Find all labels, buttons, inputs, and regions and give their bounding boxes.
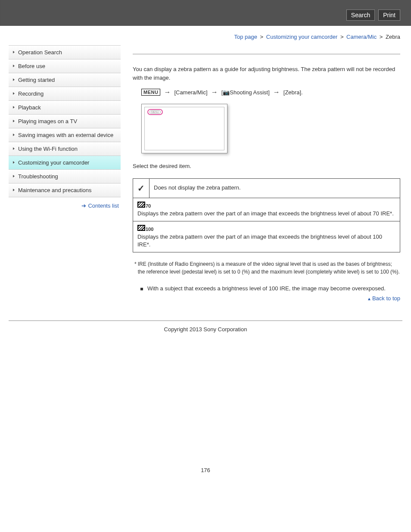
arrow-icon: → <box>273 88 280 96</box>
path-zebra: [Zebra]. <box>283 89 303 96</box>
options-table: ✓ Does not display the zebra pattern. 70… <box>133 178 400 253</box>
sidebar-item-using-the-wi-fi-function[interactable]: Using the Wi-Fi function <box>9 142 121 156</box>
path-shooting-assist: [📷Shooting Assist] <box>221 89 270 96</box>
header-bar: Search Print <box>0 0 411 26</box>
intro-text: You can display a zebra pattern as a gui… <box>133 65 400 82</box>
zebra-70-icon: 70 <box>137 202 151 209</box>
sidebar-item-before-use[interactable]: Before use <box>9 59 121 73</box>
page-number: 176 <box>0 467 411 473</box>
check-icon: ✓ <box>133 178 149 198</box>
bullet-icon <box>140 288 143 290</box>
option-off-desc: Does not display the zebra pattern. <box>149 178 400 198</box>
print-button[interactable]: Print <box>378 9 400 21</box>
option-100-desc: Displays the zebra pattern over the part… <box>137 233 395 249</box>
back-to-top-link[interactable]: Back to top <box>372 295 400 302</box>
sidebar-item-troubleshooting[interactable]: Troubleshooting <box>9 170 121 184</box>
menu-button-icon: MENU <box>141 89 160 96</box>
sidebar: Operation SearchBefore useGetting starte… <box>9 45 121 302</box>
sidebar-item-recording[interactable]: Recording <box>9 87 121 101</box>
option-100-row: 100 Displays the zebra pattern over the … <box>133 221 400 252</box>
main-content: You can display a zebra pattern as a gui… <box>121 45 402 302</box>
option-70-row: 70 Displays the zebra pattern over the p… <box>133 198 400 221</box>
option-70-desc: Displays the zebra pattern over the part… <box>137 210 395 218</box>
preview-menu-highlight: MENU <box>147 109 163 115</box>
sidebar-item-playback[interactable]: Playback <box>9 101 121 115</box>
zebra-100-icon: 100 <box>137 225 153 233</box>
option-off-row: ✓ Does not display the zebra pattern. <box>133 178 400 198</box>
triangle-up-icon: ▲ <box>367 296 371 301</box>
arrow-icon: → <box>211 88 218 96</box>
arrow-right-icon: ➔ <box>81 202 86 209</box>
sidebar-item-saving-images-with-an-external-device[interactable]: Saving images with an external device <box>9 128 121 142</box>
breadcrumb-customizing[interactable]: Customizing your camcorder <box>266 34 337 40</box>
select-prompt: Select the desired item. <box>133 162 400 171</box>
sidebar-item-playing-images-on-a-tv[interactable]: Playing images on a TV <box>9 115 121 128</box>
sidebar-item-getting-started[interactable]: Getting started <box>9 73 121 87</box>
lcd-preview: MENU <box>141 104 227 153</box>
breadcrumb-current: Zebra <box>386 34 400 40</box>
breadcrumb-camera-mic[interactable]: Camera/Mic <box>346 34 377 40</box>
sidebar-item-customizing-your-camcorder[interactable]: Customizing your camcorder <box>9 156 121 170</box>
menu-navigation-path: MENU → [Camera/Mic] → [📷Shooting Assist]… <box>141 88 400 96</box>
overexposure-note: With a subject that exceeds a brightness… <box>140 285 400 292</box>
ire-footnote: * IRE (Institute of Radio Engineers) is … <box>133 260 400 276</box>
sidebar-item-maintenance-and-precautions[interactable]: Maintenance and precautions <box>9 184 121 197</box>
path-camera-mic: [Camera/Mic] <box>174 89 207 96</box>
arrow-icon: → <box>164 88 171 96</box>
camera-assist-icon: 📷 <box>223 89 230 96</box>
contents-list-link[interactable]: Contents list <box>88 202 119 209</box>
copyright: Copyright 2013 Sony Corporation <box>9 320 402 338</box>
breadcrumb-top[interactable]: Top page <box>234 34 257 40</box>
breadcrumb: Top page > Customizing your camcorder > … <box>0 26 411 45</box>
search-button[interactable]: Search <box>346 9 375 21</box>
sidebar-item-operation-search[interactable]: Operation Search <box>9 46 121 59</box>
